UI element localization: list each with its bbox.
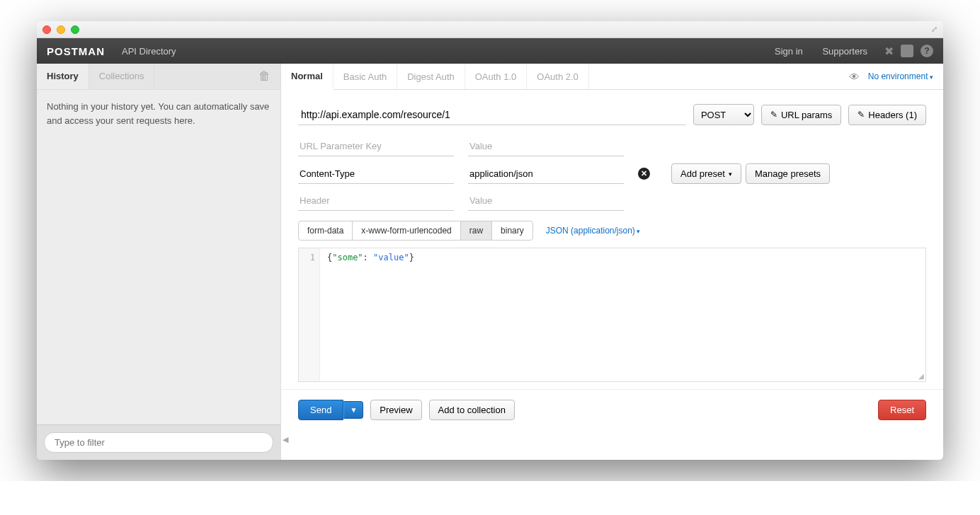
window-minimize-button[interactable] xyxy=(57,25,65,34)
sidebar: History Collections 🗑 Nothing in your hi… xyxy=(37,64,281,460)
eye-icon[interactable]: 👁 xyxy=(849,71,860,83)
headers-button[interactable]: Headers (1) xyxy=(848,105,926,125)
supporters-link[interactable]: Supporters xyxy=(822,46,867,57)
filter-input[interactable] xyxy=(44,432,273,453)
app-window: ⤢ POSTMAN API Directory Sign in Supporte… xyxy=(37,21,943,460)
remove-header-icon[interactable]: ✕ xyxy=(638,168,650,180)
settings-icon[interactable]: ✖ xyxy=(884,45,894,58)
url-param-key-input[interactable] xyxy=(298,137,454,156)
send-button[interactable]: Send xyxy=(298,400,343,420)
app-header: POSTMAN API Directory Sign in Supporters… xyxy=(37,38,943,64)
history-empty-message: Nothing in your history yet. You can aut… xyxy=(37,90,280,424)
titlebar: ⤢ xyxy=(37,21,943,38)
add-to-collection-button[interactable]: Add to collection xyxy=(429,400,515,420)
preview-button[interactable]: Preview xyxy=(370,400,421,420)
header-value-input[interactable] xyxy=(468,164,624,184)
url-params-button[interactable]: URL params xyxy=(761,105,841,125)
environment-select[interactable]: No environment xyxy=(868,71,933,81)
collapse-sidebar-icon[interactable]: ◀ xyxy=(283,435,288,444)
window-zoom-button[interactable] xyxy=(71,25,79,34)
brand-logo: POSTMAN xyxy=(47,45,105,57)
trash-icon[interactable]: 🗑 xyxy=(249,64,280,89)
body-editor[interactable]: 1 {"some": "value"} ◢ xyxy=(298,248,926,382)
body-tab-raw[interactable]: raw xyxy=(460,221,492,241)
auth-tab-digest[interactable]: Digest Auth xyxy=(397,64,465,89)
body-tab-binary[interactable]: binary xyxy=(491,221,533,241)
tab-history[interactable]: History xyxy=(37,64,89,89)
help-icon[interactable]: ? xyxy=(921,45,933,57)
url-input[interactable] xyxy=(298,105,686,125)
expand-icon[interactable]: ⤢ xyxy=(931,25,938,34)
content-type-select[interactable]: JSON (application/json) xyxy=(546,226,641,236)
twitter-icon[interactable]: t xyxy=(901,45,913,57)
new-header-key-input[interactable] xyxy=(298,191,454,211)
new-header-value-input[interactable] xyxy=(468,191,624,211)
body-tab-form-data[interactable]: form-data xyxy=(298,221,353,241)
reset-button[interactable]: Reset xyxy=(878,400,926,420)
tab-collections[interactable]: Collections xyxy=(89,64,155,89)
resize-handle-icon[interactable]: ◢ xyxy=(918,372,924,380)
auth-tab-basic[interactable]: Basic Auth xyxy=(334,64,397,89)
header-right: Sign in Supporters xyxy=(758,46,867,57)
manage-presets-button[interactable]: Manage presets xyxy=(746,163,830,184)
header-key-input[interactable] xyxy=(298,164,454,184)
code-content[interactable]: {"some": "value"} xyxy=(323,248,925,267)
add-preset-button[interactable]: Add preset ▾ xyxy=(671,163,741,184)
send-dropdown-button[interactable]: ▼ xyxy=(343,401,363,419)
auth-tab-oauth2[interactable]: OAuth 2.0 xyxy=(527,64,589,89)
body-tab-xwww[interactable]: x-www-form-urlencoded xyxy=(352,221,460,241)
auth-tab-oauth1[interactable]: OAuth 1.0 xyxy=(465,64,528,89)
url-param-value-input[interactable] xyxy=(468,137,624,156)
api-directory-link[interactable]: API Directory xyxy=(122,46,176,57)
window-close-button[interactable] xyxy=(42,25,51,34)
content-area: Normal Basic Auth Digest Auth OAuth 1.0 … xyxy=(281,64,943,460)
line-number: 1 xyxy=(310,253,315,262)
auth-tab-normal[interactable]: Normal xyxy=(281,64,334,90)
signin-link[interactable]: Sign in xyxy=(775,46,803,57)
method-select[interactable]: POST xyxy=(693,104,754,125)
